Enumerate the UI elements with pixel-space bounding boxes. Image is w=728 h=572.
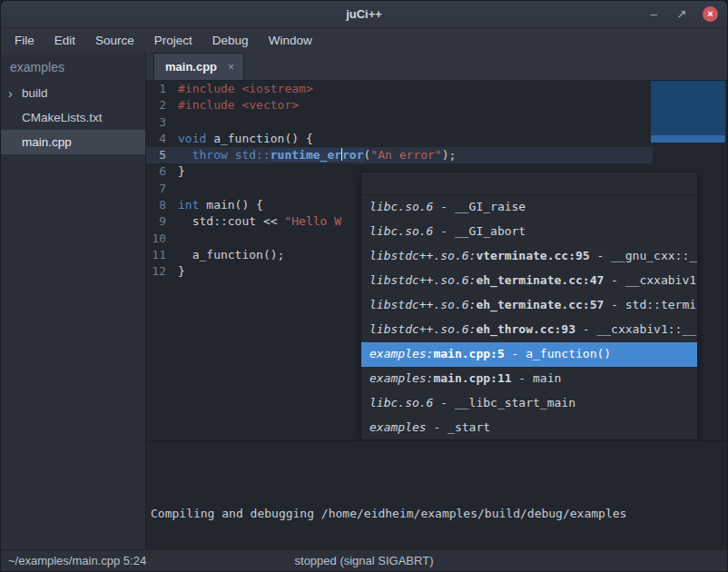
- tab-main-cpp[interactable]: main.cpp ×: [153, 53, 244, 80]
- backtrace-location: eh_terminate.cc:57: [476, 297, 604, 313]
- backtrace-item[interactable]: libstdc++.so.6: eh_throw.cc:93 - __cxxab…: [361, 318, 697, 342]
- editor-column: main.cpp × 1#include <iostream>2#include…: [146, 53, 727, 549]
- code-token: #include <iostream>: [178, 82, 313, 95]
- backtrace-module: libstdc++.so.6:: [369, 248, 476, 264]
- line-number: 8: [146, 197, 173, 213]
- backtrace-popup: libc.so.6 - __GI_raise libc.so.6 - __GI_…: [360, 172, 698, 440]
- project-name: examples: [1, 53, 145, 81]
- editor-line[interactable]: 5 throw std::runtime_error("An error");: [146, 147, 727, 163]
- app-window: juCi++ – ↗ × File Edit Source Project De…: [0, 0, 728, 572]
- backtrace-item[interactable]: libc.so.6 - __GI_abort: [361, 220, 697, 244]
- code-token: std::: [235, 148, 271, 162]
- menu-item[interactable]: File: [5, 28, 44, 53]
- code-token: "Hello W: [284, 214, 341, 228]
- editor-line[interactable]: 3: [146, 114, 727, 131]
- code-text: #include <iostream>: [173, 81, 727, 97]
- backtrace-item[interactable]: libstdc++.so.6: eh_terminate.cc:57 - std…: [361, 293, 697, 318]
- backtrace-module: libc.so.6: [369, 199, 433, 215]
- backtrace-module: examples:: [369, 370, 433, 387]
- backtrace-symbol: - __cxxabiv1::__cxa_thro: [576, 321, 697, 338]
- file-tree: › build CMakeLists.txt main.cpp: [1, 81, 145, 154]
- code-token: );: [442, 148, 457, 162]
- backtrace-symbol: - __GI_raise: [433, 199, 526, 215]
- menu-item[interactable]: Source: [85, 28, 144, 53]
- popup-search-row[interactable]: [361, 173, 697, 195]
- debug-tooltip-overlay: [651, 81, 725, 143]
- code-token: std::cout <<: [178, 214, 284, 228]
- file-tree-item[interactable]: CMakeLists.txt: [1, 105, 145, 130]
- backtrace-symbol: - std::terminate(): [604, 297, 697, 313]
- code-editor[interactable]: 1#include <iostream>2#include <vector>34…: [146, 81, 727, 440]
- menu-item[interactable]: Debug: [202, 28, 259, 53]
- editor-line[interactable]: 1#include <iostream>: [146, 81, 727, 97]
- terminal-output: Compiling and debugging /home/eidheim/ex…: [146, 440, 727, 549]
- terminal-line: Compiling and debugging /home/eidheim/ex…: [151, 506, 723, 521]
- backtrace-module: libstdc++.so.6:: [369, 297, 476, 313]
- line-number: 1: [146, 81, 173, 97]
- menubar: File Edit Source Project Debug Window: [1, 28, 727, 53]
- code-token: main() {: [199, 198, 262, 212]
- backtrace-location: main.cpp:11: [433, 370, 511, 387]
- close-icon[interactable]: ×: [703, 6, 718, 22]
- file-tree-item[interactable]: › build: [1, 81, 145, 105]
- window-controls: – ↗ ×: [646, 1, 718, 27]
- backtrace-item[interactable]: examples - _start: [361, 416, 697, 440]
- line-number: 4: [146, 131, 173, 147]
- code-token: }: [178, 164, 185, 178]
- backtrace-item[interactable]: libc.so.6 - __GI_raise: [361, 195, 697, 220]
- code-token: throw: [192, 148, 228, 162]
- code-token: runtime_er: [271, 148, 341, 162]
- code-token: void: [178, 132, 206, 145]
- line-number: 3: [146, 114, 173, 131]
- backtrace-item[interactable]: libstdc++.so.6: eh_terminate.cc:47 - __c…: [361, 269, 697, 293]
- file-tree-item-label: build: [22, 86, 48, 100]
- code-text: #include <vector>: [173, 97, 727, 113]
- backtrace-location: vterminate.cc:95: [476, 248, 589, 264]
- titlebar: juCi++ – ↗ ×: [1, 1, 727, 28]
- minimize-icon[interactable]: –: [646, 7, 661, 21]
- line-number: 6: [146, 163, 173, 180]
- maximize-icon[interactable]: ↗: [674, 7, 689, 21]
- backtrace-item[interactable]: libstdc++.so.6: vterminate.cc:95 - __gnu…: [361, 244, 697, 269]
- statusbar: stopped (signal SIGABRT) ~/examples/main…: [1, 549, 727, 571]
- file-tree-item-label: CMakeLists.txt: [22, 111, 103, 124]
- backtrace-symbol: - __GI_abort: [433, 223, 526, 240]
- backtrace-symbol: - __libc_start_main: [433, 395, 576, 411]
- code-text: throw std::runtime_error("An error");: [173, 147, 727, 163]
- line-number: 9: [146, 213, 173, 230]
- chevron-right-icon: ›: [8, 86, 22, 101]
- backtrace-module: examples:: [369, 346, 433, 362]
- status-debug-state: stopped (signal SIGABRT): [1, 554, 727, 567]
- line-number: 10: [146, 231, 173, 247]
- editor-line[interactable]: 2#include <vector>: [146, 97, 727, 113]
- backtrace-item[interactable]: libc.so.6 - __libc_start_main: [361, 391, 697, 416]
- backtrace-symbol: - __cxxabiv1::__tern: [604, 272, 697, 289]
- code-token: a_function() {: [206, 132, 312, 145]
- backtrace-module: libc.so.6: [369, 223, 433, 240]
- code-token: "An error": [370, 148, 441, 162]
- line-number: 7: [146, 181, 173, 197]
- code-token: [228, 148, 235, 162]
- main-area: examples › build CMakeLists.txt: [1, 53, 727, 549]
- tab-label: main.cpp: [165, 60, 217, 74]
- menu-item[interactable]: Window: [259, 28, 322, 53]
- line-number: 5: [146, 147, 173, 163]
- file-tree-item[interactable]: main.cpp: [1, 130, 145, 154]
- menu-item[interactable]: Project: [144, 28, 202, 53]
- code-token: #include <vector>: [178, 98, 299, 112]
- close-icon[interactable]: ×: [228, 61, 234, 74]
- code-text: void a_function() {: [173, 131, 727, 147]
- menu-item[interactable]: Edit: [44, 28, 85, 53]
- backtrace-item[interactable]: examples: main.cpp:11 - main: [361, 367, 697, 391]
- line-number: 2: [146, 97, 173, 113]
- backtrace-item[interactable]: examples: main.cpp:5 - a_function(): [361, 342, 697, 367]
- backtrace-location: main.cpp:5: [433, 346, 504, 362]
- editor-line[interactable]: 4void a_function() {: [146, 131, 727, 147]
- code-token: }: [178, 264, 185, 278]
- sidebar: examples › build CMakeLists.txt: [1, 53, 146, 549]
- backtrace-location: eh_throw.cc:93: [476, 321, 576, 338]
- backtrace-location: eh_terminate.cc:47: [476, 272, 604, 289]
- backtrace-module: libstdc++.so.6:: [369, 272, 476, 289]
- backtrace-module: libc.so.6: [369, 395, 433, 411]
- line-number: 12: [146, 263, 173, 280]
